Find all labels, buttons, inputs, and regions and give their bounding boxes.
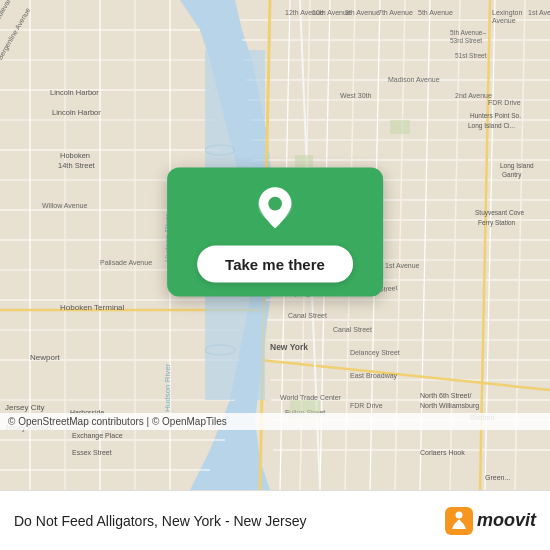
svg-text:North Williamsburg: North Williamsburg [420, 402, 479, 410]
svg-text:Hoboken: Hoboken [60, 151, 90, 160]
svg-text:5th Avenue–: 5th Avenue– [450, 29, 486, 36]
svg-text:Willow Avenue: Willow Avenue [42, 202, 88, 209]
svg-text:Lincoln Harbor: Lincoln Harbor [52, 108, 101, 117]
app: 12th Avenue 10th Avenue 9th Avenue 7th A… [0, 0, 550, 550]
route-title: Do Not Feed Alligators, New York - New J… [14, 513, 435, 529]
svg-text:1st Avenue: 1st Avenue [528, 9, 550, 16]
svg-text:Long Island Ci...: Long Island Ci... [468, 122, 515, 130]
svg-text:Delancey Street: Delancey Street [350, 349, 400, 357]
svg-text:Gantry: Gantry [502, 171, 522, 179]
svg-text:Canal Street: Canal Street [333, 326, 372, 333]
svg-text:7th Avenue: 7th Avenue [378, 9, 413, 16]
svg-text:14th Street: 14th Street [58, 161, 96, 170]
svg-text:Palisade Avenue: Palisade Avenue [100, 259, 152, 266]
attribution-text: © OpenStreetMap contributors | © OpenMap… [8, 416, 227, 427]
svg-text:Avenue: Avenue [492, 17, 516, 24]
svg-rect-118 [295, 155, 313, 167]
moovit-logo: moovit [445, 507, 536, 535]
svg-text:Hudson River: Hudson River [163, 363, 172, 412]
svg-text:Jersey City: Jersey City [5, 403, 45, 412]
svg-text:Lincoln Harbor: Lincoln Harbor [50, 88, 99, 97]
svg-text:Corlaers Hook: Corlaers Hook [420, 449, 465, 456]
svg-text:Canal Street: Canal Street [288, 312, 327, 319]
pin-icon [251, 186, 299, 234]
svg-text:Ferry Station: Ferry Station [478, 219, 516, 227]
svg-text:Newport: Newport [30, 353, 61, 362]
svg-text:East Broadway: East Broadway [350, 372, 398, 380]
svg-text:Hunters Point So.: Hunters Point So. [470, 112, 521, 119]
svg-text:Stuyvesant Cove: Stuyvesant Cove [475, 209, 525, 217]
svg-text:5th Avenue: 5th Avenue [418, 9, 453, 16]
map-container[interactable]: 12th Avenue 10th Avenue 9th Avenue 7th A… [0, 0, 550, 490]
attribution-bar: © OpenStreetMap contributors | © OpenMap… [0, 413, 550, 430]
svg-text:World Trade Center: World Trade Center [280, 394, 342, 401]
svg-text:FDR Drive: FDR Drive [350, 402, 383, 409]
svg-text:Long Island: Long Island [500, 162, 534, 170]
svg-point-129 [455, 511, 462, 518]
svg-point-127 [268, 197, 282, 211]
svg-text:1st Avenue: 1st Avenue [385, 262, 420, 269]
svg-text:FDR Drive: FDR Drive [488, 99, 521, 106]
svg-text:9th Avenue: 9th Avenue [345, 9, 380, 16]
location-card: Take me there [167, 168, 383, 297]
svg-text:53rd Street: 53rd Street [450, 37, 482, 44]
take-me-there-button[interactable]: Take me there [197, 246, 353, 283]
svg-text:North 6th Street/: North 6th Street/ [420, 392, 471, 399]
moovit-text: moovit [477, 510, 536, 531]
svg-text:Madison Avenue: Madison Avenue [388, 76, 440, 83]
svg-text:51st Street: 51st Street [455, 52, 487, 59]
bottom-bar: Do Not Feed Alligators, New York - New J… [0, 490, 550, 550]
svg-text:Hoboken Terminal: Hoboken Terminal [60, 303, 125, 312]
svg-text:Exchange Place: Exchange Place [72, 432, 123, 440]
svg-text:Lexington: Lexington [492, 9, 522, 17]
svg-text:New York: New York [270, 342, 308, 352]
svg-text:Green...: Green... [485, 474, 510, 481]
svg-text:West 30th: West 30th [340, 92, 371, 99]
svg-text:2nd Avenue: 2nd Avenue [455, 92, 492, 99]
svg-text:Essex Street: Essex Street [72, 449, 112, 456]
svg-rect-120 [390, 120, 410, 134]
moovit-brand-icon [445, 507, 473, 535]
